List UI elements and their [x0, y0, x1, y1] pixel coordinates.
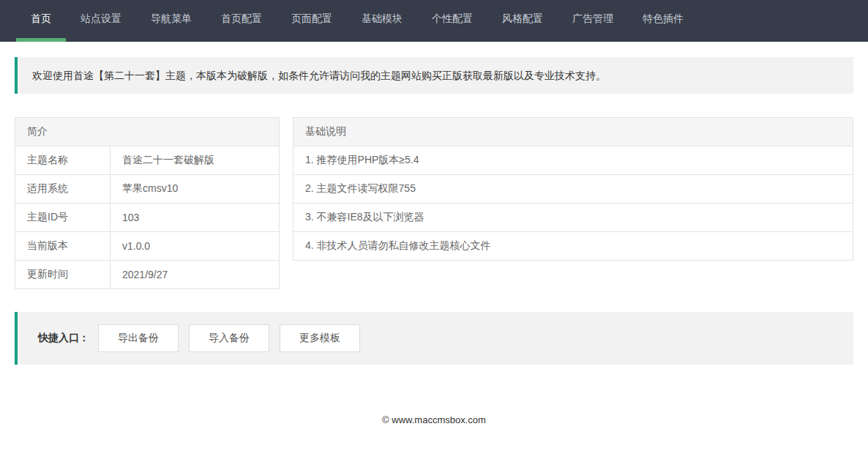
row-label-version: 当前版本	[15, 232, 111, 261]
intro-table: 简介 主题名称 首途二十一套破解版 适用系统 苹果cmsv10 主题ID号 10…	[15, 117, 280, 289]
table-row: 当前版本 v1.0.0	[15, 232, 280, 261]
info-panels: 简介 主题名称 首途二十一套破解版 适用系统 苹果cmsv10 主题ID号 10…	[15, 117, 853, 289]
row-value-system: 苹果cmsv10	[111, 175, 280, 204]
nav-item-page-config[interactable]: 页面配置	[277, 0, 347, 42]
table-row: 4. 非技术人员请勿私自修改主题核心文件	[293, 232, 853, 261]
note-item-browser: 3. 不兼容IE8及以下浏览器	[293, 204, 853, 232]
import-backup-button[interactable]: 导入备份	[189, 324, 269, 352]
nav-item-homepage-config[interactable]: 首页配置	[206, 0, 277, 42]
more-templates-button[interactable]: 更多模板	[280, 324, 360, 352]
table-row: 主题名称 首途二十一套破解版	[15, 146, 280, 175]
nav-item-ad-management[interactable]: 广告管理	[558, 0, 628, 42]
table-row: 2. 主题文件读写权限755	[293, 175, 853, 204]
notes-table-title: 基础说明	[293, 118, 853, 146]
table-row: 适用系统 苹果cmsv10	[15, 175, 280, 204]
top-nav: 首页 站点设置 导航菜单 首页配置 页面配置 基础模块 个性配置 风格配置 广告…	[0, 0, 868, 42]
nav-item-personal-config[interactable]: 个性配置	[417, 0, 487, 42]
row-value-theme-name: 首途二十一套破解版	[111, 146, 280, 175]
footer-copyright: © www.maccmsbox.com	[0, 414, 868, 447]
export-backup-button[interactable]: 导出备份	[98, 324, 179, 352]
nav-item-basic-modules[interactable]: 基础模块	[347, 0, 417, 42]
row-label-theme-name: 主题名称	[15, 146, 111, 175]
table-row: 主题ID号 103	[15, 204, 280, 232]
table-row: 1. 推荐使用PHP版本≥5.4	[293, 146, 853, 175]
nav-item-home[interactable]: 首页	[16, 0, 66, 42]
row-label-theme-id: 主题ID号	[15, 204, 111, 232]
intro-table-title: 简介	[15, 118, 280, 146]
note-item-core-files: 4. 非技术人员请勿私自修改主题核心文件	[293, 232, 853, 261]
quick-entry-label: 快捷入口：	[38, 332, 89, 345]
note-item-permissions: 2. 主题文件读写权限755	[293, 175, 853, 204]
table-row: 更新时间 2021/9/27	[15, 261, 280, 289]
row-value-theme-id: 103	[111, 204, 280, 232]
nav-item-featured-plugins[interactable]: 特色插件	[628, 0, 698, 42]
quick-entry-section: 快捷入口： 导出备份 导入备份 更多模板	[15, 312, 853, 365]
nav-item-nav-menu[interactable]: 导航菜单	[136, 0, 206, 42]
welcome-notice-text: 欢迎使用首途【第二十一套】主题，本版本为破解版，如条件允许请访问我的主题网站购买…	[32, 70, 606, 81]
row-value-version: v1.0.0	[111, 232, 280, 261]
note-item-php: 1. 推荐使用PHP版本≥5.4	[293, 146, 853, 175]
table-row: 3. 不兼容IE8及以下浏览器	[293, 204, 853, 232]
row-value-updated: 2021/9/27	[111, 261, 280, 289]
page-container: 欢迎使用首途【第二十一套】主题，本版本为破解版，如条件允许请访问我的主题网站购买…	[0, 57, 868, 365]
notes-table: 基础说明 1. 推荐使用PHP版本≥5.4 2. 主题文件读写权限755 3. …	[293, 117, 853, 261]
row-label-updated: 更新时间	[15, 261, 111, 289]
nav-item-style-config[interactable]: 风格配置	[487, 0, 558, 42]
nav-item-site-settings[interactable]: 站点设置	[66, 0, 136, 42]
intro-table-header-row: 简介	[15, 118, 280, 146]
row-label-system: 适用系统	[15, 175, 111, 204]
notes-table-header-row: 基础说明	[293, 118, 853, 146]
welcome-notice: 欢迎使用首途【第二十一套】主题，本版本为破解版，如条件允许请访问我的主题网站购买…	[15, 57, 853, 94]
